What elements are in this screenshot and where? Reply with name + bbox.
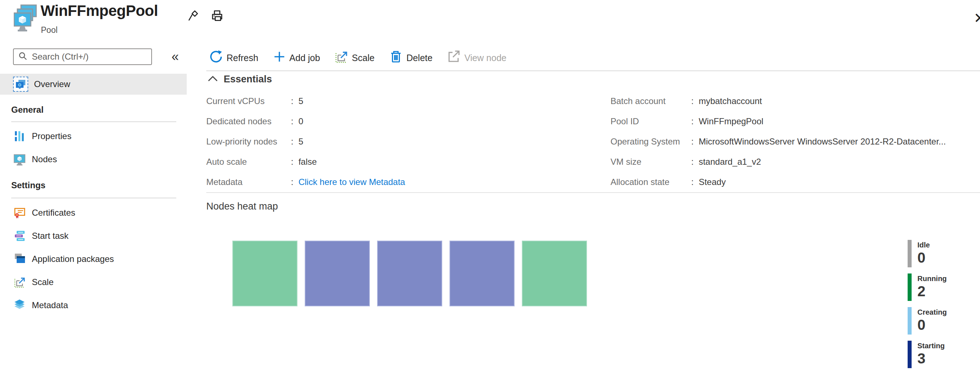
sidebar-item-nodes[interactable]: Nodes	[0, 148, 187, 171]
sidebar-item-start-task[interactable]: Start task	[0, 224, 187, 247]
heatmap-tile-starting[interactable]	[449, 241, 515, 306]
plus-icon	[273, 50, 286, 65]
pool-id-value: WinFFmpegPool	[699, 116, 764, 127]
divider	[11, 198, 176, 198]
essentials-right-column: Batch account : mybatchaccount Pool ID :…	[611, 91, 946, 192]
add-job-button[interactable]: Add job	[273, 50, 320, 65]
metadata-icon	[13, 299, 26, 312]
sidebar-item-label: Overview	[34, 79, 70, 89]
search-icon	[18, 51, 27, 62]
essentials-row: Low-priority nodes : 5	[206, 131, 405, 152]
properties-icon	[13, 130, 26, 143]
sidebar-item-scale[interactable]: Scale	[0, 271, 187, 294]
search-input[interactable]	[31, 51, 147, 62]
vm-size-value: standard_a1_v2	[699, 157, 761, 167]
pin-icon[interactable]	[187, 9, 200, 24]
sidebar-item-certificates[interactable]: Certificates	[0, 201, 187, 224]
sidebar-section-settings: Settings	[11, 180, 46, 190]
legend-item-starting: Starting 3	[908, 341, 947, 368]
essentials-row: Metadata : Click here to view Metadata	[206, 172, 405, 192]
starting-count: 3	[917, 350, 945, 367]
pool-overview-page: WinFFmpegPool Pool ✕ «	[0, 0, 980, 375]
trash-icon	[389, 50, 403, 66]
application-packages-icon	[13, 253, 26, 266]
sidebar-item-label: Metadata	[32, 300, 68, 310]
essentials-row: Operating System : MicrosoftWindowsServe…	[611, 131, 946, 152]
essentials-row: Allocation state : Steady	[611, 172, 946, 192]
essentials-row: Current vCPUs : 5	[206, 91, 405, 111]
chevron-up-icon	[208, 74, 218, 85]
legend-swatch-creating	[908, 307, 912, 335]
allocation-state-value: Steady	[699, 177, 726, 187]
sidebar-item-label: Start task	[32, 231, 68, 241]
divider	[11, 121, 176, 122]
external-link-icon	[447, 50, 461, 66]
sidebar-section-general: General	[11, 105, 43, 115]
sidebar-item-label: Application packages	[32, 254, 114, 264]
current-vcpus-value: 5	[299, 96, 303, 106]
content-area: Refresh Add job	[206, 0, 980, 375]
legend-item-running: Running 2	[908, 274, 947, 301]
sidebar-item-properties[interactable]: Properties	[0, 125, 187, 148]
sidebar: « Overview General	[0, 0, 187, 375]
sidebar-item-metadata[interactable]: Metadata	[0, 294, 187, 317]
sidebar-item-label: Scale	[32, 277, 54, 287]
legend-item-idle: Idle 0	[908, 240, 947, 267]
refresh-button[interactable]: Refresh	[209, 50, 258, 66]
low-priority-nodes-value: 5	[299, 136, 303, 147]
heatmap-tile-running[interactable]	[232, 241, 298, 306]
scale-icon	[334, 50, 348, 66]
essentials-row: Auto scale : false	[206, 152, 405, 172]
legend-item-creating: Creating 0	[908, 307, 947, 335]
delete-button[interactable]: Delete	[389, 50, 433, 66]
refresh-icon	[209, 50, 223, 66]
start-task-icon	[13, 229, 26, 242]
legend-swatch-starting	[908, 341, 912, 368]
certificates-icon	[13, 206, 26, 219]
sidebar-collapse-icon[interactable]: «	[172, 49, 179, 64]
heatmap-legend: Idle 0 Running 2 Creating 0	[908, 240, 947, 368]
view-node-button: View node	[447, 50, 506, 66]
divider	[206, 192, 980, 193]
heatmap-tile-starting[interactable]	[377, 241, 442, 306]
legend-swatch-running	[908, 274, 912, 301]
scale-icon	[13, 276, 26, 289]
sidebar-item-label: Nodes	[32, 154, 57, 165]
sidebar-item-label: Properties	[32, 131, 71, 141]
heatmap-title: Nodes heat map	[206, 201, 278, 212]
essentials-left-column: Current vCPUs : 5 Dedicated nodes : 0 Lo…	[206, 91, 405, 192]
nodes-icon	[13, 153, 26, 166]
sidebar-item-label: Certificates	[32, 208, 75, 218]
running-count: 2	[917, 283, 947, 299]
batch-account-value: mybatchaccount	[699, 96, 762, 106]
scale-button[interactable]: Scale	[334, 50, 375, 66]
operating-system-value: MicrosoftWindowsServer WindowsServer 201…	[699, 136, 946, 147]
divider	[206, 70, 980, 71]
view-metadata-link[interactable]: Click here to view Metadata	[299, 177, 405, 187]
essentials-row: Pool ID : WinFFmpegPool	[611, 111, 946, 131]
heatmap-tile-starting[interactable]	[305, 241, 370, 306]
dedicated-nodes-value: 0	[299, 116, 303, 127]
idle-count: 0	[917, 249, 930, 266]
overview-pool-icon	[13, 77, 28, 92]
essentials-row: Dedicated nodes : 0	[206, 111, 405, 131]
heatmap-tile-running[interactable]	[522, 241, 587, 306]
sidebar-item-overview[interactable]: Overview	[0, 74, 187, 95]
sidebar-item-application-packages[interactable]: Application packages	[0, 247, 187, 271]
legend-swatch-idle	[908, 240, 912, 267]
essentials-row: VM size : standard_a1_v2	[611, 152, 946, 172]
creating-count: 0	[917, 316, 947, 333]
search-box[interactable]	[13, 48, 152, 65]
auto-scale-value: false	[299, 157, 317, 167]
toolbar: Refresh Add job	[209, 46, 506, 70]
heatmap-tiles	[232, 241, 587, 306]
essentials-row: Batch account : mybatchaccount	[611, 91, 946, 111]
essentials-toggle[interactable]: Essentials	[208, 74, 272, 85]
